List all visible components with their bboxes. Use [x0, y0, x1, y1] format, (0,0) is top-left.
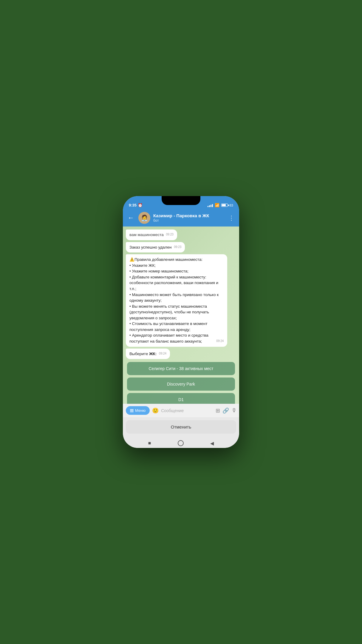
chat-header: ← 🧑‍💼 Казимир - Парковка в ЖК бот ⋮	[123, 209, 239, 227]
mic-button[interactable]: 🎙	[231, 407, 237, 414]
message-1-time: 09:23	[166, 232, 174, 237]
status-time: 9:35 ⏰	[129, 203, 143, 207]
phone-frame: 9:35 ⏰ 📶 83 ← 🧑‍💼	[123, 196, 239, 448]
time-text: 9:35	[129, 203, 137, 207]
sticker-button[interactable]: ⊞	[216, 407, 220, 414]
chat-name: Казимир - Парковка в ЖК	[153, 213, 224, 218]
message-4: Выберите ЖК: 09:24	[126, 349, 170, 359]
wifi-icon: 📶	[215, 203, 219, 207]
message-1-text: вам машиноместа	[129, 232, 164, 237]
message-3-time: 09:24	[216, 339, 224, 343]
square-icon[interactable]: ■	[148, 440, 151, 446]
status-icons: 📶 83	[208, 203, 233, 207]
cancel-area: Отменить	[123, 417, 239, 438]
back-button[interactable]: ←	[126, 213, 135, 223]
message-2-time: 09:23	[174, 245, 181, 249]
choice-buttons-container: Селигер Сити - 38 активных мест Discover…	[126, 362, 236, 404]
phone-screen: 9:35 ⏰ 📶 83 ← 🧑‍💼	[123, 196, 239, 448]
battery-percent: 83	[230, 204, 233, 207]
chat-info: Казимир - Парковка в ЖК бот	[153, 213, 224, 223]
menu-button[interactable]: Меню	[126, 406, 150, 415]
message-2: Заказ успешно удален 09:23	[126, 242, 185, 253]
signal-icon	[208, 204, 213, 207]
message-1: вам машиноместа 09:23	[126, 229, 177, 240]
battery-icon	[221, 204, 228, 207]
bottom-nav: ■ ◀	[123, 438, 239, 448]
attach-button[interactable]: 🔗	[222, 407, 229, 414]
phone-notch	[162, 196, 200, 205]
choice-btn-1[interactable]: Селигер Сити - 38 активных мест	[127, 362, 235, 375]
choice-btn-3[interactable]: D1	[127, 393, 235, 404]
choice-btn-2[interactable]: Discovery Park	[127, 378, 235, 391]
chat-status: бот	[153, 218, 224, 223]
menu-lines-icon	[130, 409, 134, 412]
alarm-icon: ⏰	[138, 203, 143, 207]
message-3-text: ⚠️Правила добавления машиноместа: • Укаж…	[129, 257, 219, 343]
cancel-button[interactable]: Отменить	[126, 420, 236, 434]
menu-label: Меню	[135, 408, 146, 413]
message-input[interactable]	[161, 408, 213, 413]
input-bar: Меню 🙂 ⊞ 🔗 🎙	[123, 404, 239, 417]
message-2-text: Заказ успешно удален	[129, 245, 171, 249]
message-4-time: 09:24	[159, 352, 166, 356]
message-4-text: Выберите ЖК:	[129, 352, 157, 356]
home-circle-icon[interactable]	[178, 440, 184, 446]
more-button[interactable]: ⋮	[227, 213, 236, 223]
chat-area: вам машиноместа 09:23 Заказ успешно удал…	[123, 227, 239, 404]
avatar: 🧑‍💼	[138, 212, 150, 224]
back-nav-icon[interactable]: ◀	[210, 440, 214, 446]
emoji-button[interactable]: 🙂	[152, 407, 159, 414]
message-3: ⚠️Правила добавления машиноместа: • Укаж…	[126, 254, 227, 346]
